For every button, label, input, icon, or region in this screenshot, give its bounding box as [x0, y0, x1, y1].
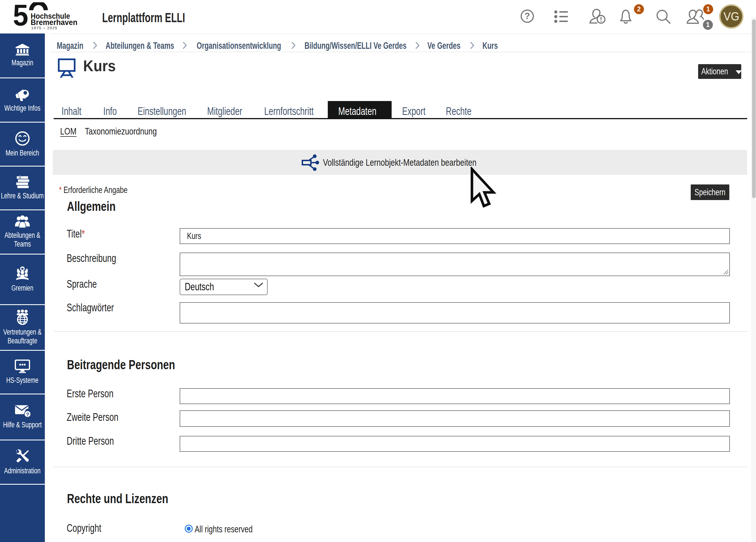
svg-text:?: ?	[26, 411, 29, 417]
svg-text:?: ?	[525, 11, 530, 21]
svg-text:5: 5	[13, 2, 28, 32]
